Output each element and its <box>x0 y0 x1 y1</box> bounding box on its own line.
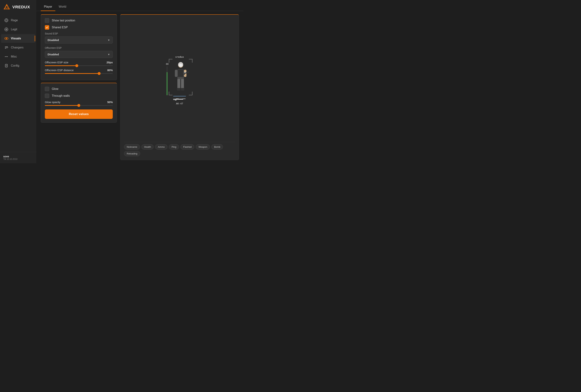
weapon-icon <box>172 97 187 101</box>
glow-opacity-label: Glow opacity <box>45 100 60 104</box>
main-content: Player World Show last position <box>36 0 243 163</box>
shared-esp-checkbox[interactable] <box>45 25 49 29</box>
weapon-area: AK-47 <box>172 96 187 105</box>
sound-esp-dropdown[interactable]: Disabled ▼ <box>45 36 113 43</box>
sidebar-item-rage[interactable]: Rage <box>1 16 35 25</box>
offscreen-size-fill <box>45 65 77 66</box>
content-area: Show last position Shared ESP Sound ESP … <box>36 11 243 163</box>
sidebar-item-changers[interactable]: Changers <box>1 43 35 52</box>
esp-corner-bl <box>169 92 172 95</box>
weapon-name: AK-47 <box>176 102 183 105</box>
show-last-position-checkbox[interactable] <box>45 18 49 23</box>
esp-corner-tr <box>189 59 192 63</box>
badge-reloading[interactable]: Reloading <box>124 151 140 156</box>
badges-area: Nickname Health Ammo Ping Flashed Weapon… <box>124 142 235 156</box>
preview-area: vredux 80 <box>124 18 235 142</box>
sidebar-item-misc-label: Misc <box>11 55 17 58</box>
badge-ammo[interactable]: Ammo <box>155 144 168 150</box>
shared-esp-label: Shared ESP <box>52 26 68 29</box>
svg-rect-32 <box>181 79 184 89</box>
shared-esp-row: Shared ESP <box>45 25 113 29</box>
badge-ping[interactable]: Ping <box>169 144 179 150</box>
health-bar-vertical <box>167 66 168 95</box>
offscreen-size-thumb[interactable] <box>75 64 78 67</box>
health-bar-fill <box>167 72 168 95</box>
sidebar-item-config[interactable]: Config <box>1 61 35 70</box>
glow-opacity-row: Glow opacity 50% <box>45 100 113 106</box>
svg-point-14 <box>6 29 7 30</box>
misc-icon <box>4 55 8 59</box>
offscreen-esp-arrow-icon: ▼ <box>108 53 110 56</box>
svg-point-1 <box>6 6 8 8</box>
sound-esp-arrow-icon: ▼ <box>108 39 110 41</box>
offscreen-dist-fill <box>45 73 99 74</box>
sidebar-item-visuals-label: Visuals <box>11 37 21 40</box>
show-last-position-row: Show last position <box>45 18 113 23</box>
badge-nickname[interactable]: Nickname <box>124 144 140 150</box>
user-till: Till 10.10.2010 <box>3 158 33 160</box>
offscreen-esp-label: Offscreen ESP <box>45 46 113 49</box>
svg-point-6 <box>6 19 7 21</box>
sidebar-item-legit[interactable]: Legit <box>1 25 35 34</box>
checkmark-icon <box>46 26 48 29</box>
svg-point-26 <box>179 64 182 67</box>
glow-opacity-value: 50% <box>107 100 113 104</box>
sidebar-item-misc[interactable]: Misc <box>1 52 35 61</box>
svg-rect-41 <box>182 98 186 99</box>
badge-health[interactable]: Health <box>142 144 154 150</box>
character-svg <box>172 60 190 94</box>
player-svg-area <box>169 59 192 95</box>
offscreen-dist-track[interactable] <box>45 73 113 74</box>
badge-flashed[interactable]: Flashed <box>180 144 194 150</box>
visuals-icon <box>4 36 8 40</box>
svg-rect-29 <box>175 70 178 77</box>
sound-esp-label: Sound ESP <box>45 32 113 35</box>
through-walls-checkbox[interactable] <box>45 94 49 98</box>
sidebar-item-visuals[interactable]: Visuals <box>1 34 35 43</box>
player-nickname: vredux <box>176 55 184 58</box>
tab-world[interactable]: World <box>56 3 70 11</box>
glow-checkbox[interactable] <box>45 87 49 91</box>
legit-icon <box>4 27 8 31</box>
svg-point-19 <box>7 56 8 57</box>
panel-glow-settings: Glow Through walls Glow opacity 50% <box>41 83 117 123</box>
logo-icon <box>3 4 10 10</box>
panel-esp-settings: Show last position Shared ESP Sound ESP … <box>41 14 117 80</box>
svg-rect-34 <box>181 88 184 90</box>
badge-bomb[interactable]: Bomb <box>211 144 223 150</box>
badge-weapon[interactable]: Weapon <box>196 144 210 150</box>
svg-rect-31 <box>178 79 180 89</box>
preview-panel: vredux 80 <box>120 14 239 160</box>
logo-area: VREDUX <box>0 0 36 14</box>
sidebar-item-legit-label: Legit <box>11 28 17 31</box>
svg-rect-39 <box>176 98 179 99</box>
show-last-position-label: Show last position <box>52 19 75 22</box>
tab-player[interactable]: Player <box>41 3 56 11</box>
svg-rect-42 <box>173 99 176 100</box>
offscreen-dist-row: Offscreen ESP distance 80% <box>45 69 113 74</box>
sidebar: VREDUX Rage <box>0 0 36 163</box>
tabs-bar: Player World <box>36 0 243 11</box>
user-name: sove <box>3 155 33 158</box>
esp-corner-tl <box>169 59 172 63</box>
health-bar-container: 80 <box>167 66 168 95</box>
offscreen-dist-thumb[interactable] <box>98 72 100 75</box>
offscreen-size-track[interactable] <box>45 65 113 66</box>
player-figure-wrap: 80 <box>167 59 192 95</box>
player-preview: vredux 80 <box>167 55 192 105</box>
left-panels: Show last position Shared ESP Sound ESP … <box>41 14 117 160</box>
glow-opacity-thumb[interactable] <box>77 104 80 107</box>
app-title: VREDUX <box>12 5 30 9</box>
config-icon <box>4 64 8 68</box>
rage-icon <box>4 18 8 22</box>
svg-point-17 <box>5 56 6 57</box>
through-walls-label: Through walls <box>52 94 70 97</box>
glow-opacity-track[interactable] <box>45 105 113 106</box>
svg-point-18 <box>6 56 7 57</box>
weapon-bar <box>173 96 186 96</box>
offscreen-dist-value: 80% <box>107 69 113 72</box>
reset-values-button[interactable]: Reset values <box>45 109 113 119</box>
sidebar-item-config-label: Config <box>11 64 19 67</box>
offscreen-esp-dropdown[interactable]: Disabled ▼ <box>45 51 113 58</box>
user-info: sove Till 10.10.2010 <box>0 152 36 163</box>
